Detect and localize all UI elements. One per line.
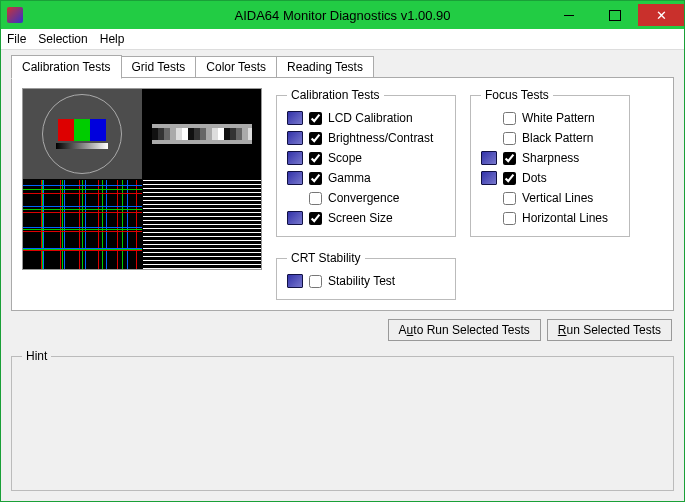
titlebar[interactable]: AIDA64 Monitor Diagnostics v1.00.90 ✕ [1, 1, 684, 29]
label-screen-size: Screen Size [328, 211, 393, 225]
checkbox-gamma[interactable] [309, 172, 322, 185]
label-convergence: Convergence [328, 191, 399, 205]
button-row: Auto Run Selected Tests Run Selected Tes… [11, 311, 674, 349]
auto-run-button[interactable]: Auto Run Selected Tests [388, 319, 541, 341]
group-focus-legend: Focus Tests [481, 88, 553, 102]
label-sharpness: Sharpness [522, 151, 579, 165]
checkbox-stability[interactable] [309, 275, 322, 288]
close-button[interactable]: ✕ [638, 4, 684, 26]
label-black-pattern: Black Pattern [522, 131, 593, 145]
checkbox-black-pattern[interactable] [503, 132, 516, 145]
monitor-icon [287, 151, 303, 165]
checkbox-vertical-lines[interactable] [503, 192, 516, 205]
maximize-button[interactable] [592, 4, 638, 26]
chk-convergence: Convergence [287, 188, 445, 208]
label-dots: Dots [522, 171, 547, 185]
label-stability: Stability Test [328, 274, 395, 288]
tab-color-tests[interactable]: Color Tests [195, 56, 277, 78]
tabstrip: Calibration Tests Grid Tests Color Tests… [11, 56, 674, 78]
preview-convergence[interactable] [23, 180, 142, 270]
checkbox-screen-size[interactable] [309, 212, 322, 225]
label-vertical-lines: Vertical Lines [522, 191, 593, 205]
chk-screen-size: Screen Size [287, 208, 445, 228]
preview-brightness-contrast[interactable] [143, 89, 262, 179]
checkbox-convergence[interactable] [309, 192, 322, 205]
checkbox-white-pattern[interactable] [503, 112, 516, 125]
group-crt-stability: CRT Stability Stability Test [276, 251, 456, 300]
group-crt-legend: CRT Stability [287, 251, 365, 265]
label-gamma: Gamma [328, 171, 371, 185]
chk-lcd-calibration: LCD Calibration [287, 108, 445, 128]
chk-brightness: Brightness/Contrast [287, 128, 445, 148]
hint-box: Hint [11, 349, 674, 491]
tab-reading-tests[interactable]: Reading Tests [276, 56, 374, 78]
tabpage-calibration: Calibration Tests LCD Calibration Bright… [11, 77, 674, 311]
app-icon [7, 7, 23, 23]
minimize-button[interactable] [546, 4, 592, 26]
tab-grid-tests[interactable]: Grid Tests [121, 56, 197, 78]
monitor-icon [287, 274, 303, 288]
monitor-icon [287, 211, 303, 225]
chk-stability: Stability Test [287, 271, 445, 291]
menu-file[interactable]: File [7, 32, 26, 46]
preview-grid [22, 88, 262, 270]
checkbox-lcd-calibration[interactable] [309, 112, 322, 125]
label-scope: Scope [328, 151, 362, 165]
group-calibration-legend: Calibration Tests [287, 88, 384, 102]
monitor-icon [287, 171, 303, 185]
monitor-icon [481, 151, 497, 165]
checkbox-sharpness[interactable] [503, 152, 516, 165]
label-horizontal-lines: Horizontal Lines [522, 211, 608, 225]
menu-help[interactable]: Help [100, 32, 125, 46]
preview-lcd-calibration[interactable] [23, 89, 142, 179]
monitor-icon [287, 111, 303, 125]
menu-selection[interactable]: Selection [38, 32, 87, 46]
checkbox-dots[interactable] [503, 172, 516, 185]
group-calibration-tests: Calibration Tests LCD Calibration Bright… [276, 88, 456, 237]
group-focus-tests: Focus Tests White Pattern Black Pattern … [470, 88, 630, 237]
chk-gamma: Gamma [287, 168, 445, 188]
menubar: File Selection Help [1, 29, 684, 50]
checkbox-brightness[interactable] [309, 132, 322, 145]
label-brightness: Brightness/Contrast [328, 131, 433, 145]
monitor-icon [287, 131, 303, 145]
run-button[interactable]: Run Selected Tests [547, 319, 672, 341]
checkbox-horizontal-lines[interactable] [503, 212, 516, 225]
window-buttons: ✕ [546, 4, 684, 26]
preview-screen-size[interactable] [143, 180, 262, 270]
label-lcd-calibration: LCD Calibration [328, 111, 413, 125]
chk-scope: Scope [287, 148, 445, 168]
label-white-pattern: White Pattern [522, 111, 595, 125]
app-window: AIDA64 Monitor Diagnostics v1.00.90 ✕ Fi… [0, 0, 685, 502]
checkbox-scope[interactable] [309, 152, 322, 165]
tab-calibration-tests[interactable]: Calibration Tests [11, 55, 122, 79]
client-area: Calibration Tests Grid Tests Color Tests… [1, 50, 684, 501]
monitor-icon [481, 171, 497, 185]
hint-legend: Hint [22, 349, 51, 363]
